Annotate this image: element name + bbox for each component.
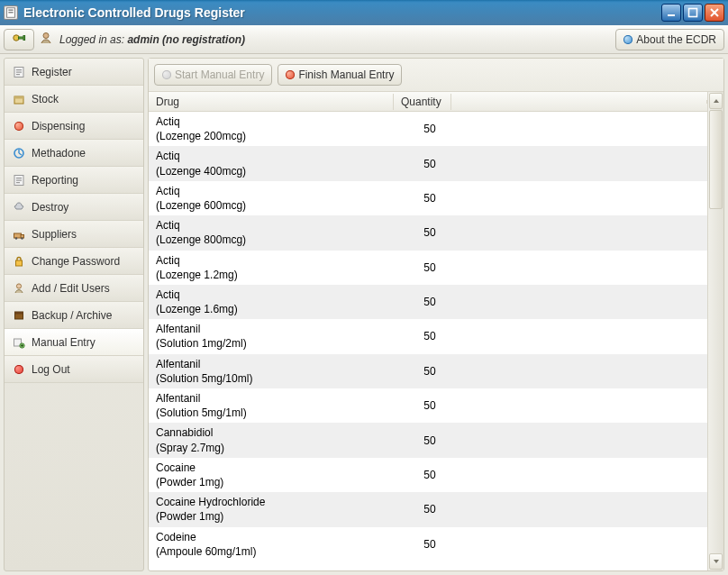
user-icon	[40, 32, 52, 47]
finish-manual-entry-button[interactable]: Finish Manual Entry	[278, 64, 402, 86]
window-minimize-button[interactable]	[661, 4, 681, 22]
window-titlebar: Electronic Controlled Drugs Register	[0, 0, 728, 25]
table-row[interactable]: Cocaine(Powder 1mg)50	[149, 458, 707, 492]
table-row[interactable]: Actiq(Lozenge 1.6mg)50	[149, 285, 707, 319]
cell-quantity: 50	[401, 503, 459, 516]
svg-rect-24	[16, 260, 23, 266]
table-row[interactable]: Actiq(Lozenge 800mcg)50	[149, 215, 707, 250]
sidebar-item-manual-entry[interactable]: Manual Entry	[5, 329, 143, 356]
sidebar-item-reporting[interactable]: Reporting	[5, 167, 143, 194]
sidebar-item-destroy[interactable]: Destroy	[5, 194, 143, 221]
start-manual-entry-button[interactable]: Start Manual Entry	[154, 64, 272, 86]
sidebar: RegisterStockDispensingMethadoneReportin…	[4, 58, 144, 571]
cell-quantity: 50	[401, 434, 459, 447]
svg-rect-12	[16, 74, 20, 75]
cell-quantity: 50	[401, 261, 459, 274]
cell-drug: Cannabidiol(Spray 2.7mg)	[156, 425, 401, 454]
sidebar-item-log-out[interactable]: Log Out	[5, 356, 143, 383]
scroll-up-button[interactable]	[709, 93, 723, 109]
dispensing-icon	[12, 119, 26, 133]
backup-icon	[12, 308, 26, 323]
methadone-icon	[12, 146, 26, 160]
sidebar-item-label: Suppliers	[32, 228, 77, 241]
sidebar-item-label: Reporting	[32, 174, 78, 187]
svg-rect-14	[14, 96, 23, 99]
password-icon	[12, 254, 26, 269]
svg-rect-4	[689, 9, 697, 17]
table-row[interactable]: Actiq(Lozenge 200mcg)50	[149, 112, 707, 146]
cell-quantity: 50	[401, 399, 459, 412]
column-spacer	[451, 100, 707, 104]
sidebar-item-label: Register	[32, 66, 72, 78]
svg-rect-20	[14, 233, 22, 238]
sidebar-item-methadone[interactable]: Methadone	[5, 140, 143, 167]
scroll-thumb[interactable]	[709, 110, 723, 209]
table-row[interactable]: Alfentanil(Solution 1mg/2ml)50	[149, 319, 707, 353]
column-quantity[interactable]: Quantity	[394, 94, 451, 110]
svg-rect-18	[16, 179, 22, 180]
sidebar-item-suppliers[interactable]: Suppliers	[5, 221, 143, 248]
sidebar-item-label: Backup / Archive	[32, 309, 112, 322]
sidebar-item-change-password[interactable]: Change Password	[5, 248, 143, 275]
main-panel: Start Manual Entry Finish Manual Entry D…	[148, 58, 724, 571]
svg-rect-17	[16, 178, 22, 178]
table-row[interactable]: Alfentanil(Solution 5mg/10ml)50	[149, 354, 707, 388]
manual-entry-icon	[12, 335, 26, 350]
svg-rect-11	[16, 71, 22, 72]
cell-drug: Actiq(Lozenge 1.2mg)	[156, 253, 401, 282]
stock-icon	[12, 92, 26, 106]
session-button[interactable]	[4, 29, 34, 50]
app-icon	[4, 5, 18, 20]
cell-drug: Actiq(Lozenge 800mcg)	[156, 218, 401, 247]
cell-drug: Actiq(Lozenge 600mcg)	[156, 184, 401, 213]
table-row[interactable]: Alfentanil(Solution 5mg/1ml)50	[149, 388, 707, 423]
table-row[interactable]: Actiq(Lozenge 1.2mg)50	[149, 251, 707, 285]
sidebar-item-stock[interactable]: Stock	[5, 86, 143, 113]
cell-drug: Actiq(Lozenge 200mcg)	[156, 114, 401, 143]
window-maximize-button[interactable]	[683, 4, 703, 22]
svg-point-22	[15, 237, 17, 239]
sidebar-item-label: Methadone	[32, 147, 86, 160]
sidebar-item-backup-archive[interactable]: Backup / Archive	[5, 302, 143, 329]
logout-icon	[12, 362, 26, 377]
cell-quantity: 50	[401, 365, 459, 378]
cell-drug: Cocaine Hydrochloride(Powder 1mg)	[156, 495, 401, 524]
cell-quantity: 50	[401, 226, 459, 239]
table-row[interactable]: Actiq(Lozenge 400mcg)50	[149, 146, 707, 180]
table-row[interactable]: Codeine(Ampoule 60mg/1ml)50	[149, 527, 707, 561]
about-label: About the ECDR	[636, 33, 716, 46]
table-row[interactable]: Cannabidiol(Spray 2.7mg)50	[149, 423, 707, 457]
about-button[interactable]: About the ECDR	[615, 29, 724, 50]
svg-rect-2	[8, 12, 13, 13]
svg-point-23	[21, 237, 23, 239]
svg-rect-19	[16, 182, 20, 183]
sidebar-item-add-edit-users[interactable]: Add / Edit Users	[5, 275, 143, 302]
action-bar: Start Manual Entry Finish Manual Entry	[149, 59, 723, 92]
sidebar-item-label: Dispensing	[32, 120, 85, 132]
window-title: Electronic Controlled Drugs Register	[23, 5, 661, 20]
sidebar-item-register[interactable]: Register	[5, 59, 143, 86]
users-icon	[12, 281, 26, 296]
logged-in-text: Logged in as: admin (no registration)	[59, 33, 245, 46]
finish-icon	[286, 70, 295, 79]
cell-drug: Actiq(Lozenge 400mcg)	[156, 149, 401, 178]
vertical-scrollbar[interactable]	[707, 92, 723, 570]
info-icon	[623, 35, 632, 44]
cell-quantity: 50	[401, 469, 459, 481]
scroll-down-button[interactable]	[709, 553, 723, 570]
sidebar-item-label: Log Out	[32, 363, 70, 376]
start-label: Start Manual Entry	[175, 68, 264, 81]
key-icon	[12, 32, 26, 46]
sidebar-item-label: Manual Entry	[32, 336, 96, 349]
cell-drug: Codeine(Ampoule 60mg/1ml)	[156, 530, 401, 559]
window-close-button[interactable]	[705, 4, 724, 22]
sidebar-item-dispensing[interactable]: Dispensing	[5, 113, 143, 140]
table-row[interactable]: Actiq(Lozenge 600mcg)50	[149, 181, 707, 215]
toolbar: Logged in as: admin (no registration) Ab…	[0, 25, 728, 54]
sidebar-item-label: Add / Edit Users	[32, 282, 110, 295]
cell-drug: Cocaine(Powder 1mg)	[156, 461, 401, 489]
table-row[interactable]: Cocaine Hydrochloride(Powder 1mg)50	[149, 492, 707, 526]
sidebar-item-label: Stock	[32, 93, 59, 105]
column-drug[interactable]: Drug	[149, 94, 394, 110]
cell-drug: Alfentanil(Solution 5mg/1ml)	[156, 391, 401, 420]
